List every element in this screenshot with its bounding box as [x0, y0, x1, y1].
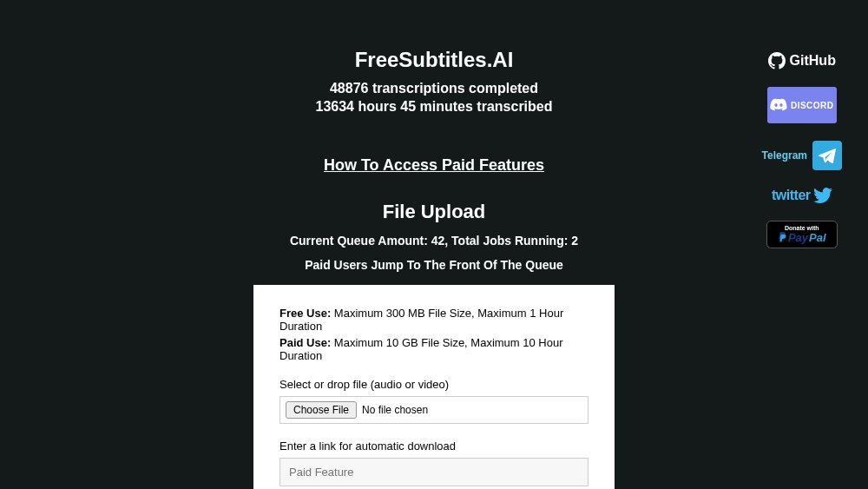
telegram-link[interactable]: Telegram [762, 141, 842, 170]
paypal-icon [778, 232, 787, 244]
file-upload-heading: File Upload [0, 201, 868, 223]
twitter-icon [813, 188, 832, 203]
twitter-link[interactable]: twitter [772, 188, 832, 203]
paypal-donate-label: Donate with [785, 225, 819, 231]
transcriptions-stat: 48876 transcriptions completed [0, 81, 868, 96]
github-link[interactable]: GitHub [768, 52, 836, 69]
file-input-row[interactable]: Choose File No file chosen [279, 396, 589, 424]
paid-priority-note: Paid Users Jump To The Front Of The Queu… [0, 258, 868, 272]
twitter-label: twitter [772, 188, 811, 203]
discord-icon [770, 98, 787, 112]
link-input-label: Enter a link for automatic download [279, 439, 589, 453]
page-title: FreeSubtitles.AI [0, 48, 868, 72]
free-use-label: Free Use: [279, 307, 331, 320]
paid-use-line: Paid Use: Maximum 10 GB File Size, Maxim… [279, 336, 589, 362]
telegram-label: Telegram [762, 149, 807, 162]
paypal-logo: PayPal [778, 231, 826, 244]
social-sidebar: GitHub DISCORD Telegram twitter Donate w… [762, 52, 842, 248]
file-select-label: Select or drop file (audio or video) [279, 378, 589, 391]
upload-card: Free Use: Maximum 300 MB File Size, Maxi… [253, 285, 615, 489]
paypal-donate-link[interactable]: Donate with PayPal [766, 221, 838, 248]
telegram-icon [819, 148, 836, 163]
queue-status: Current Queue Amount: 42, Total Jobs Run… [0, 234, 868, 248]
file-chosen-status: No file chosen [362, 404, 428, 416]
github-label: GitHub [790, 53, 836, 69]
download-link-input[interactable] [279, 458, 589, 486]
github-icon [768, 52, 786, 69]
paid-features-link[interactable]: How To Access Paid Features [324, 156, 544, 175]
choose-file-button[interactable]: Choose File [286, 401, 357, 419]
main-content: FreeSubtitles.AI 48876 transcriptions co… [0, 0, 868, 489]
free-use-line: Free Use: Maximum 300 MB File Size, Maxi… [279, 307, 589, 333]
hours-stat: 13634 hours 45 minutes transcribed [0, 99, 868, 115]
paypal-pal-text: Pal [809, 231, 826, 244]
paypal-pay-text: Pay [788, 231, 808, 244]
discord-label: DISCORD [791, 101, 834, 110]
paid-use-label: Paid Use: [279, 336, 331, 349]
discord-link[interactable]: DISCORD [767, 87, 837, 123]
telegram-tile [812, 141, 842, 170]
